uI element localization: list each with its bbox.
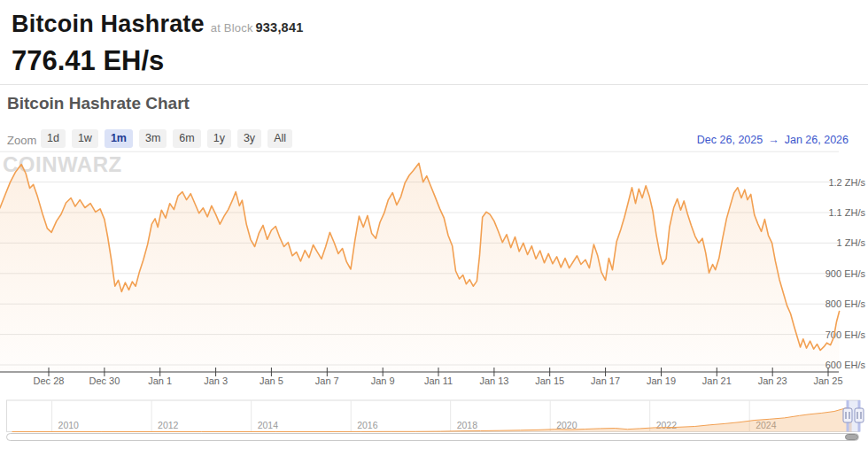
scrollbar-thumb[interactable]: [845, 434, 858, 440]
navigator-year-label: 2020: [556, 420, 577, 430]
bitcoin-hashrate-page: Bitcoin Hashrateat Block933,841 776.41 E…: [0, 0, 868, 449]
x-axis-tick-label: Jan 23: [758, 375, 787, 386]
hashrate-area-fill: [0, 163, 840, 372]
y-axis-tick-label: 700 EH/s: [825, 329, 866, 340]
x-axis-tick-label: Jan 13: [479, 375, 508, 386]
x-axis-tick-label: Jan 21: [702, 375, 732, 386]
navigator-year-label: 2018: [457, 420, 478, 430]
hashrate-chart-plot[interactable]: 600 EH/s700 EH/s800 EH/s900 EH/s1 ZH/s1.…: [0, 0, 868, 449]
x-axis-tick-label: Jan 17: [591, 375, 620, 386]
navigator-year-label: 2010: [58, 420, 80, 430]
navigator-year-label: 2012: [158, 420, 179, 430]
navigator-year-label: 2014: [258, 420, 279, 430]
navigator-year-label: 2016: [357, 420, 378, 430]
x-axis-tick-label: Jan 5: [260, 375, 283, 386]
navigator-right-handle[interactable]: [855, 408, 864, 422]
navigator-area-fill: [12, 408, 852, 432]
y-axis-tick-label: 1.2 ZH/s: [828, 177, 865, 188]
y-axis-tick-label: 800 EH/s: [825, 298, 866, 309]
x-axis-tick-label: Jan 3: [204, 375, 228, 386]
chart-scrollbar[interactable]: [6, 433, 859, 441]
x-axis-tick-label: Jan 19: [647, 375, 676, 386]
x-axis-tick-label: Jan 9: [371, 375, 395, 386]
x-axis-tick-label: Jan 15: [535, 375, 564, 386]
x-axis-tick-label: Dec 30: [89, 375, 120, 386]
y-axis-tick-label: 1.1 ZH/s: [828, 207, 865, 218]
x-axis-tick-label: Jan 25: [813, 375, 842, 386]
y-axis-tick-label: 1 ZH/s: [837, 237, 866, 248]
x-axis-tick-label: Jan 1: [148, 375, 172, 386]
x-axis-tick-label: Jan 7: [315, 375, 339, 386]
y-axis-tick-label: 900 EH/s: [825, 268, 866, 279]
x-axis-tick-label: Jan 11: [424, 375, 453, 386]
navigator-left-handle[interactable]: [843, 408, 852, 422]
x-axis-tick-label: Dec 28: [34, 375, 65, 386]
